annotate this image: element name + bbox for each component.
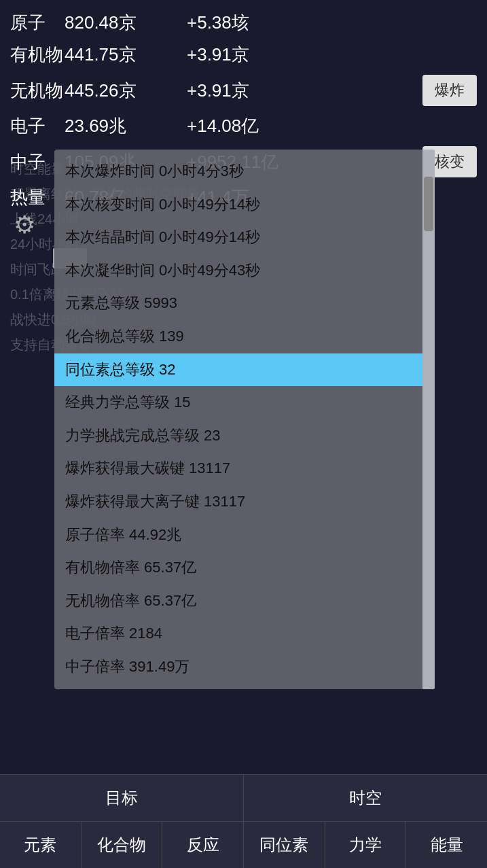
stat-value-0: 820.48京 [65,11,187,35]
gear-icon: ⚙ [14,211,35,239]
stat-delta-1: +3.91京 [187,43,477,67]
scrollbar-thumb[interactable] [424,177,433,231]
stat-button-爆炸[interactable]: 爆炸 [422,75,477,106]
overlay-item-10: 爆炸获得最大离子键 13117 [54,485,422,519]
stat-delta-3: +14.08亿 [187,114,477,138]
stat-row-1: 有机物441.75京+3.91京 [10,39,477,71]
stat-row-3: 电子23.69兆+14.08亿 [10,110,477,142]
stat-value-1: 441.75京 [65,43,187,67]
stat-value-2: 445.26京 [65,79,187,103]
nav-btn-力学[interactable]: 力学 [325,822,407,868]
overlay-content[interactable]: 本次爆炸时间 0小时4分3秒本次核变时间 0小时49分14秒本次结晶时间 0小时… [54,150,422,689]
overlay-item-14: 电子倍率 2184 [54,617,422,650]
nav-btn-化合物[interactable]: 化合物 [82,822,163,868]
overlay-item-4: 元素总等级 5993 [54,287,422,320]
stat-delta-2: +3.91京 [187,79,422,103]
stat-value-3: 23.69兆 [65,114,187,138]
stat-row-0: 原子820.48京+5.38垓 [10,7,477,39]
stat-delta-0: +5.38垓 [187,11,477,35]
stat-row-2: 无机物445.26京+3.91京爆炸 [10,71,477,110]
nav-btn-时空[interactable]: 时空 [244,775,487,821]
overlay-item-2: 本次结晶时间 0小时49分14秒 [54,221,422,254]
scrollbar-track[interactable] [422,150,435,689]
overlay-item-9: 爆炸获得最大碳键 13117 [54,452,422,485]
nav-btn-反应[interactable]: 反应 [162,822,244,868]
overlay-panel: 本次爆炸时间 0小时4分3秒本次核变时间 0小时49分14秒本次结晶时间 0小时… [54,150,435,689]
stat-name-2: 无机物 [10,79,65,103]
overlay-item-15: 中子倍率 391.49万 [54,650,422,684]
nav-row-1: 元素化合物反应同位素力学能量 [0,821,487,868]
overlay-item-1: 本次核变时间 0小时49分14秒 [54,188,422,222]
stat-name-3: 电子 [10,114,65,138]
stat-name-1: 有机物 [10,43,65,67]
overlay-item-12: 有机物倍率 65.37亿 [54,551,422,585]
bottom-nav: 目标时空元素化合物反应同位素力学能量 [0,774,487,868]
nav-btn-元素[interactable]: 元素 [0,822,82,868]
overlay-item-7: 经典力学总等级 15 [54,386,422,419]
stat-name-0: 原子 [10,11,65,35]
nav-btn-同位素[interactable]: 同位素 [244,822,325,868]
nav-btn-目标[interactable]: 目标 [0,775,244,821]
nav-row-0: 目标时空 [0,774,487,821]
nav-btn-能量[interactable]: 能量 [406,822,487,868]
overlay-item-3: 本次凝华时间 0小时49分43秒 [54,254,422,288]
overlay-item-11: 原子倍率 44.92兆 [54,519,422,552]
overlay-item-0: 本次爆炸时间 0小时4分3秒 [54,155,422,188]
overlay-item-5: 化合物总等级 139 [54,320,422,353]
overlay-item-8: 力学挑战完成总等级 23 [54,419,422,453]
overlay-item-13: 无机物倍率 65.37亿 [54,585,422,618]
overlay-item-6: 同位素总等级 32 [54,353,422,387]
